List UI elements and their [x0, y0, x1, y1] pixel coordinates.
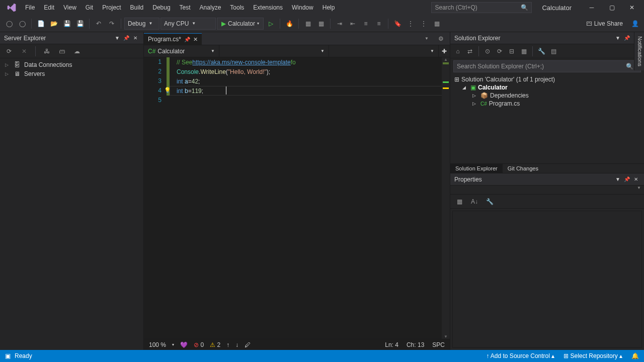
pending-icon[interactable]: ⊙: [482, 45, 493, 57]
menu-view[interactable]: View: [59, 2, 80, 13]
pin-icon[interactable]: 📌: [623, 175, 631, 184]
save-all-button[interactable]: 💾: [74, 18, 86, 30]
panel-options-icon[interactable]: ▼: [614, 175, 622, 184]
start-without-debug-button[interactable]: ▷: [265, 18, 277, 30]
preview-icon[interactable]: ▤: [548, 45, 559, 57]
file-node[interactable]: ▷ C# Program.cs: [450, 100, 644, 108]
line-indicator[interactable]: Ln: 4: [385, 341, 398, 348]
nav-type-dropdown[interactable]: ▼: [219, 45, 329, 57]
prev-issue-icon[interactable]: ↑: [226, 341, 229, 348]
properties-grid[interactable]: [452, 211, 642, 348]
account-button[interactable]: 👤: [629, 18, 641, 30]
split-icon[interactable]: ✚: [439, 45, 450, 57]
scrollbar[interactable]: ▲ ▼: [442, 57, 450, 339]
sync-icon[interactable]: ⟳: [494, 45, 505, 57]
nav-member-dropdown[interactable]: ▼: [329, 45, 439, 57]
indent-button[interactable]: ≡: [360, 18, 372, 30]
error-icon[interactable]: ⊘: [194, 341, 199, 348]
dependencies-node[interactable]: ▷ 📦 Dependencies: [450, 92, 644, 100]
redo-button[interactable]: ↷: [106, 18, 118, 30]
pin-icon[interactable]: 📌: [623, 34, 631, 42]
azure-icon[interactable]: ☁: [71, 45, 83, 57]
data-connections-node[interactable]: ▷ 🗄 Data Connections: [0, 60, 143, 69]
menu-project[interactable]: Project: [98, 2, 125, 13]
show-all-icon[interactable]: ▦: [518, 45, 529, 57]
browse-button[interactable]: ▦: [302, 18, 314, 30]
menu-test[interactable]: Test: [176, 2, 195, 13]
tab-close-icon[interactable]: ✕: [193, 36, 198, 43]
notifications-icon[interactable]: 🔔: [631, 352, 639, 359]
close-panel-icon[interactable]: ✕: [131, 34, 139, 42]
home-icon[interactable]: ⌂: [452, 45, 463, 57]
panel-options-icon[interactable]: ▼: [614, 34, 622, 42]
solution-node[interactable]: ⊞ Solution 'Calculator' (1 of 1 project): [450, 75, 644, 83]
alphabetical-icon[interactable]: A↓: [468, 196, 480, 208]
project-node[interactable]: ◢ ▣ Calculator: [450, 83, 644, 92]
menu-debug[interactable]: Debug: [148, 2, 174, 13]
tab-git-changes[interactable]: Git Changes: [503, 164, 543, 173]
health-icon[interactable]: 💜: [180, 341, 188, 348]
code-editor[interactable]: 1 2 3 4 5 💡 // See https://aka.ms/new-co…: [144, 57, 450, 339]
forward-button[interactable]: ◯: [16, 18, 28, 30]
live-share-button[interactable]: ⮹ Live Share: [581, 20, 628, 27]
select-repository[interactable]: ⊞ Select Repository ▴: [564, 352, 622, 359]
char-indicator[interactable]: Ch: 13: [407, 341, 424, 348]
menu-help[interactable]: Help: [318, 2, 339, 13]
warning-icon[interactable]: ⚠: [210, 341, 215, 348]
indent-indicator[interactable]: SPC: [432, 341, 445, 348]
next-issue-icon[interactable]: ↓: [235, 341, 238, 348]
menu-edit[interactable]: Edit: [40, 2, 58, 13]
zoom-level[interactable]: 100 %: [149, 341, 166, 348]
menu-extensions[interactable]: Extensions: [249, 2, 287, 13]
properties-icon[interactable]: 🔧: [536, 45, 547, 57]
active-files-icon[interactable]: ▼: [421, 33, 433, 45]
solution-search[interactable]: Search Solution Explorer (Ctrl+;) 🔍 ▾: [453, 60, 641, 72]
close-button[interactable]: ✕: [622, 0, 642, 15]
open-button[interactable]: 📂: [48, 18, 60, 30]
property-pages-icon[interactable]: 🔧: [484, 196, 496, 208]
bookmark-button[interactable]: 🔖: [391, 18, 404, 30]
output-icon[interactable]: ▣: [5, 352, 11, 359]
categorized-icon[interactable]: ▦: [453, 196, 465, 208]
uncomment-button[interactable]: ⋮: [418, 18, 430, 30]
notifications-tab[interactable]: Notifications: [634, 32, 644, 70]
refresh-icon[interactable]: ⟳: [3, 45, 15, 57]
search-box[interactable]: Search (Ctrl+Q) 🔍: [431, 2, 532, 13]
toggle-button[interactable]: ▦: [431, 18, 443, 30]
switch-views-icon[interactable]: ⇄: [464, 45, 475, 57]
back-button[interactable]: ◯: [3, 18, 15, 30]
servers-node[interactable]: ▷ 🖥 Servers: [0, 69, 143, 78]
comment-button[interactable]: ⋮: [405, 18, 417, 30]
pin-icon[interactable]: 📌: [122, 34, 130, 42]
menu-git[interactable]: Git: [82, 2, 97, 13]
undo-button[interactable]: ↶: [93, 18, 105, 30]
new-project-button[interactable]: 📄: [35, 18, 47, 30]
step-in-button[interactable]: ⇤: [347, 18, 359, 30]
hot-reload-button[interactable]: 🔥: [283, 18, 295, 30]
editor-settings-icon[interactable]: ⚙: [435, 33, 447, 45]
minimize-button[interactable]: ─: [582, 0, 602, 15]
property-object-dropdown[interactable]: ▼: [450, 186, 644, 195]
collapse-icon[interactable]: ⊟: [506, 45, 517, 57]
menu-window[interactable]: Window: [288, 2, 317, 13]
cleanup-icon[interactable]: 🖊: [245, 341, 251, 348]
menu-tools[interactable]: Tools: [226, 2, 248, 13]
menu-build[interactable]: Build: [126, 2, 148, 13]
step-out-button[interactable]: ⇥: [334, 18, 346, 30]
start-debug-button[interactable]: ▶Calculator▾: [217, 18, 264, 30]
config-dropdown[interactable]: Debug▼: [124, 18, 159, 30]
panel-options-icon[interactable]: ▼: [113, 34, 121, 42]
tab-program-cs[interactable]: Program.cs* 📌 ✕: [144, 33, 202, 45]
outdent-button[interactable]: ≡: [373, 18, 385, 30]
platform-dropdown[interactable]: Any CPU▼: [160, 18, 216, 30]
tab-pin-icon[interactable]: 📌: [184, 37, 190, 42]
menu-analyze[interactable]: Analyze: [196, 2, 225, 13]
maximize-button[interactable]: ▢: [602, 0, 622, 15]
connect-db-icon[interactable]: 🗃: [56, 45, 68, 57]
save-button[interactable]: 💾: [61, 18, 73, 30]
close-panel-icon[interactable]: ✕: [632, 175, 640, 184]
nav-project-dropdown[interactable]: C# Calculator ▼: [144, 45, 219, 57]
connect-server-icon[interactable]: 🖧: [41, 45, 53, 57]
window-button[interactable]: ▦: [315, 18, 327, 30]
add-source-control[interactable]: ↑ Add to Source Control ▴: [486, 352, 554, 359]
